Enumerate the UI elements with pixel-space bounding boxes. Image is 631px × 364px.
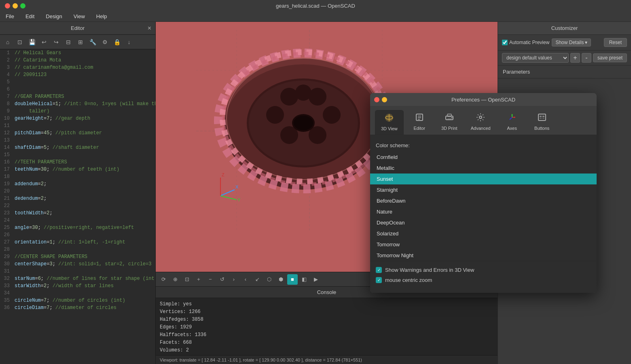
svg-marker-44 (511, 114, 513, 115)
tab-editor[interactable]: Editor (405, 110, 434, 135)
menu-help[interactable]: Help (94, 13, 110, 20)
console-line: Halffacets: 1336 (160, 331, 493, 339)
console-line: Edges: 1929 (160, 324, 493, 331)
tab-editor-label: Editor (413, 126, 425, 131)
toolbar-redo[interactable]: ↪ (51, 37, 61, 47)
color-scheme-starnight[interactable]: Starnight (370, 184, 597, 195)
console-line: Facets: 668 (160, 339, 493, 347)
reset-button[interactable]: Reset (604, 38, 627, 47)
svg-text:X: X (235, 184, 239, 189)
console-line: Vertices: 1266 (160, 308, 493, 316)
code-line: 11 (0, 122, 155, 129)
save-preset-button[interactable]: save preset (593, 53, 627, 62)
svg-rect-37 (447, 118, 451, 120)
console-title: Console (317, 289, 337, 295)
toolbar-save[interactable]: 💾 (27, 37, 37, 47)
status-bar: Viewport: translate = [ 12.84 -2.11 -1.0… (156, 355, 498, 364)
tab-3dview[interactable]: 3D View (375, 110, 404, 135)
preferences-window: Preferences — OpenSCAD 3D View (370, 93, 597, 293)
vp-zoom-out[interactable]: − (205, 274, 216, 285)
code-line: 34 (0, 290, 155, 297)
svg-point-13 (323, 106, 341, 124)
vp-zoom-in[interactable]: + (193, 274, 204, 285)
preferences-window-controls (374, 97, 387, 102)
vp-left[interactable]: ↙ (252, 274, 263, 285)
vp-surface[interactable]: ◧ (299, 274, 309, 285)
console-content[interactable]: Simple: yes Vertices: 1266 Halfedges: 38… (156, 298, 498, 355)
vp-wireframe[interactable]: ⬢ (275, 274, 286, 285)
preset-remove-button[interactable]: - (582, 53, 591, 63)
toolbar-home[interactable]: ⌂ (2, 37, 13, 47)
toolbar-indent-less[interactable]: ⊟ (63, 37, 74, 47)
color-scheme-tomorrownight[interactable]: Tomorrow Night (370, 250, 597, 261)
maximize-button[interactable] (20, 3, 25, 8)
customizer-title: Customizer (551, 25, 578, 31)
toolbar-new[interactable]: ⊡ (15, 37, 25, 47)
editor-header: Editor × (0, 22, 155, 35)
color-scheme-metallic[interactable]: Metallic (370, 163, 597, 174)
code-line: 22 (0, 202, 155, 210)
code-editor[interactable]: 1 // Helical Gears 2 // Catarina Mota 3 … (0, 49, 155, 364)
toolbar-lock[interactable]: 🔒 (112, 37, 122, 47)
editor-close-button[interactable]: × (148, 25, 151, 32)
status-text: Viewport: translate = [ 12.84 -2.11 -1.0… (160, 358, 362, 362)
toolbar-indent-more[interactable]: ⊞ (75, 37, 86, 47)
customizer-toolbar: Automatic Preview Show Details ▾ Reset (498, 35, 631, 51)
color-scheme-cornfield[interactable]: Cornfield (370, 152, 597, 163)
show-details-button[interactable]: Show Details ▾ (552, 38, 591, 47)
vp-perspective[interactable]: ⬡ (264, 274, 274, 285)
vp-center[interactable]: ⊕ (170, 274, 180, 285)
prefs-close-button[interactable] (374, 97, 379, 102)
prefs-min-button[interactable] (382, 97, 387, 102)
code-line: 15 (0, 151, 155, 159)
menu-design[interactable]: Design (43, 13, 64, 20)
vp-back[interactable]: ‹ (240, 274, 251, 285)
code-line: 33 starWidth=2; //width of star lines (0, 282, 155, 290)
toolbar-gear[interactable]: ⚙ (100, 37, 110, 47)
vp-forward[interactable]: › (229, 274, 239, 285)
menu-view[interactable]: View (71, 13, 87, 20)
toolbar-undo[interactable]: ↩ (39, 37, 49, 47)
editor-title: Editor (71, 25, 85, 31)
code-line: 29 //CENTER SHAPE PARAMETERS (0, 253, 155, 260)
vp-more[interactable]: ▶ (311, 274, 321, 285)
svg-rect-49 (540, 118, 542, 119)
vp-rotate[interactable]: ↺ (217, 274, 227, 285)
minimize-button[interactable] (13, 3, 18, 8)
editor-tab-icon (415, 112, 424, 124)
tab-advanced[interactable]: Advanced (465, 110, 496, 135)
show-warnings-checkbox[interactable]: ✓ (376, 267, 382, 273)
tab-axes-label: Axes (507, 126, 517, 131)
auto-preview-checkbox[interactable] (502, 40, 508, 45)
close-button[interactable] (5, 3, 10, 8)
svg-marker-43 (514, 116, 515, 118)
vp-reset[interactable]: ⟳ (158, 274, 169, 285)
color-scheme-beforedawn[interactable]: BeforeDawn (370, 195, 597, 206)
mouse-centric-row: ✓ mouse centric zoom (376, 277, 591, 283)
preferences-content: Color scheme: Cornfield Metallic Sunset … (370, 135, 597, 293)
tab-3dprint[interactable]: 3D Print (435, 110, 464, 135)
color-scheme-deepocean[interactable]: DeepOcean (370, 217, 597, 228)
auto-preview-label[interactable]: Automatic Preview (502, 40, 549, 45)
code-line: 32 starNum=6; //number of lines for star… (0, 275, 155, 282)
toolbar-download[interactable]: ↓ (124, 37, 134, 47)
menu-file[interactable]: File (3, 13, 17, 20)
preset-select[interactable]: design default values (502, 53, 569, 63)
color-scheme-nature[interactable]: Nature (370, 206, 597, 217)
code-line: 36 circleDiam=7; //diameter of circles (0, 304, 155, 311)
toolbar-settings[interactable]: 🔧 (87, 37, 98, 47)
menu-edit[interactable]: Edit (23, 13, 37, 20)
code-line: 30 centerShape=3; //int: solid=1, star=2… (0, 260, 155, 268)
axes-icon (507, 112, 517, 124)
preset-add-button[interactable]: + (570, 53, 580, 63)
tab-axes[interactable]: Axes (498, 110, 526, 135)
color-scheme-sunset[interactable]: Sunset (370, 174, 597, 184)
svg-point-20 (294, 116, 313, 130)
vp-solid[interactable]: ■ (287, 274, 298, 285)
color-scheme-tomorrow[interactable]: Tomorrow (370, 239, 597, 250)
vp-zoom-fit[interactable]: ⊡ (182, 274, 192, 285)
tab-buttons[interactable]: Buttons (528, 110, 556, 135)
code-line: 26 (0, 231, 155, 239)
color-scheme-solarized[interactable]: Solarized (370, 228, 597, 239)
mouse-centric-checkbox[interactable]: ✓ (376, 277, 382, 283)
